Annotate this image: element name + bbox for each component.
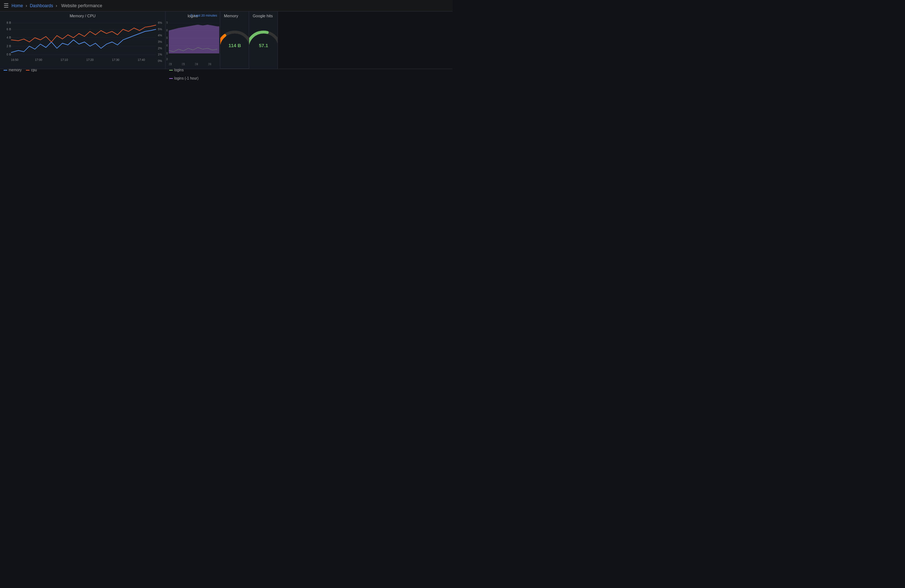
memory-cpu-title: Memory / CPU [0, 11, 165, 19]
svg-text:0 B: 0 B [6, 52, 11, 57]
svg-text:17:40: 17:40 [195, 62, 198, 65]
svg-text:114 B: 114 B [228, 43, 241, 48]
panel-memory-stat: Memory 114 B [220, 11, 249, 69]
topbar: ☰ Home › Dashboards › Website performanc… [0, 0, 452, 11]
memory-cpu-chart: 8 B 6 B 4 B 2 B 0 B 6% 5% 4% 3% 2% 1% 0% [0, 19, 165, 67]
svg-text:16:50: 16:50 [11, 58, 18, 62]
panel-memory-cpu: Memory / CPU 8 B 6 B 4 B 2 B 0 B 6% 5% 4… [0, 11, 165, 69]
legend-logins-1hr: logins (-1 hour) [169, 76, 198, 80]
svg-text:3%: 3% [158, 40, 162, 44]
svg-text:17:00: 17:00 [35, 58, 42, 62]
svg-text:17:30: 17:30 [169, 62, 172, 65]
breadcrumb-home[interactable]: Home [11, 3, 23, 8]
svg-text:40: 40 [166, 44, 168, 47]
logins-1hr-legend-dot [169, 78, 173, 79]
logins-legend: logins logins (-1 hour) [165, 67, 220, 81]
svg-text:20: 20 [166, 57, 168, 60]
row1-right: Memory 114 B Googl [220, 11, 452, 69]
breadcrumb-current: Website performance [61, 3, 102, 8]
legend-cpu: cpu [26, 68, 37, 72]
memory-gauge: 114 B [220, 29, 249, 52]
memory-cpu-legend: memory cpu [0, 67, 165, 73]
svg-text:17:10: 17:10 [60, 58, 68, 62]
memory-legend-dot [3, 70, 7, 71]
svg-text:2 B: 2 B [6, 44, 11, 48]
svg-text:4 B: 4 B [6, 36, 11, 40]
google-hits-stat-title: Google hits [253, 14, 273, 18]
svg-text:17:30: 17:30 [112, 58, 119, 62]
main-content: Memory / CPU 8 B 6 B 4 B 2 B 0 B 6% 5% 4… [0, 11, 452, 294]
logins-legend-dot [169, 70, 173, 71]
svg-text:1%: 1% [158, 52, 162, 57]
breadcrumb: Home › Dashboards › Website performance [11, 3, 104, 8]
menu-icon[interactable]: ☰ [3, 2, 9, 9]
legend-memory: memory [3, 68, 22, 72]
legend-logins: logins [169, 68, 184, 72]
svg-text:2%: 2% [158, 46, 162, 50]
svg-text:60: 60 [166, 29, 168, 32]
cpu-legend-dot [26, 70, 30, 71]
svg-text:6 B: 6 B [6, 27, 11, 31]
svg-text:17:20: 17:20 [86, 58, 94, 62]
svg-marker-34 [169, 24, 219, 53]
svg-text:0%: 0% [158, 59, 162, 63]
last20-badge: ⏱ Last 20 minutes [190, 14, 217, 17]
svg-text:8 B: 8 B [6, 21, 11, 25]
panel-google-hits-stat: Google hits 57.1 [249, 11, 278, 69]
svg-text:50: 50 [166, 36, 168, 39]
svg-text:5%: 5% [158, 27, 162, 31]
svg-text:17:45: 17:45 [208, 62, 211, 65]
svg-text:30: 30 [166, 51, 168, 55]
svg-text:17:40: 17:40 [138, 58, 145, 62]
google-hits-gauge: 57.1 [249, 29, 278, 52]
row1: Memory / CPU 8 B 6 B 4 B 2 B 0 B 6% 5% 4… [0, 11, 452, 69]
breadcrumb-dashboards[interactable]: Dashboards [30, 3, 53, 8]
svg-text:4%: 4% [158, 33, 162, 37]
svg-text:57.1: 57.1 [259, 43, 268, 48]
logins-chart: 70 60 50 40 30 20 17:30 17:35 [165, 19, 220, 67]
svg-text:70: 70 [166, 21, 168, 24]
svg-text:6%: 6% [158, 21, 162, 25]
svg-text:17:35: 17:35 [182, 62, 185, 65]
memory-stat-title: Memory [224, 14, 238, 18]
panel-logins: logins ⏱ Last 20 minutes 70 60 50 40 30 … [165, 11, 220, 69]
